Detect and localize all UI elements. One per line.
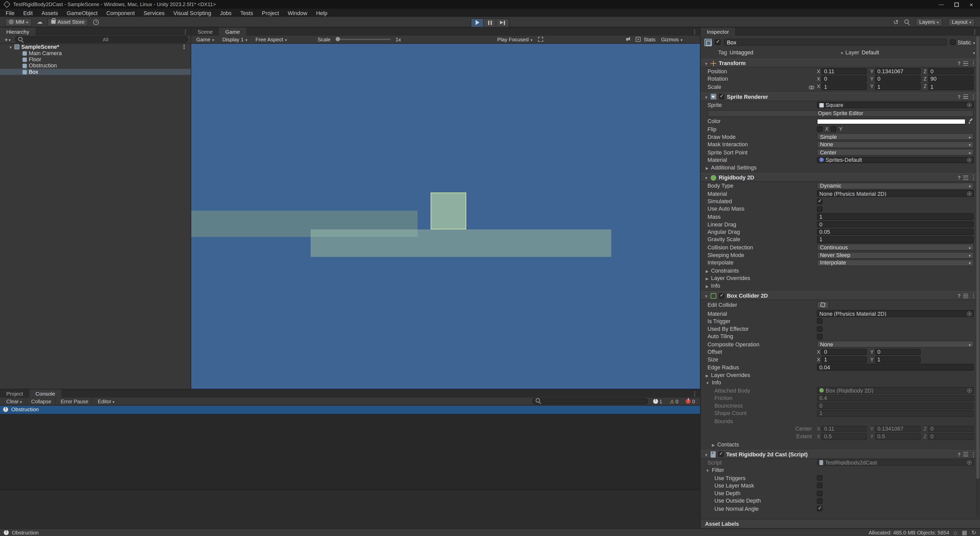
scale-slider[interactable]: [336, 39, 391, 40]
warning-filter-toggle[interactable]: 0: [667, 398, 681, 404]
flip-y-checkbox[interactable]: [831, 126, 837, 132]
scrollbar-thumb[interactable]: [976, 36, 979, 479]
help-icon[interactable]: [958, 60, 961, 66]
error-filter-toggle[interactable]: 0: [683, 398, 697, 404]
draw-mode-dropdown[interactable]: Simple: [817, 134, 974, 140]
menu-visual-scripting[interactable]: Visual Scripting: [169, 9, 215, 17]
simulated-checkbox[interactable]: [817, 199, 822, 204]
component-menu-icon[interactable]: [970, 60, 976, 66]
is-trigger-checkbox[interactable]: [817, 318, 822, 324]
use-outside-depth-checkbox[interactable]: [817, 498, 822, 504]
physics-material-object-field[interactable]: None (Physics Material 2D): [817, 310, 974, 317]
use-depth-checkbox[interactable]: [817, 490, 822, 496]
help-icon[interactable]: [958, 451, 961, 457]
aspect-dropdown[interactable]: Free Aspect: [253, 36, 290, 43]
gizmos-dropdown[interactable]: Gizmos: [659, 36, 685, 43]
background-activity-icon[interactable]: [972, 530, 976, 536]
flip-x-checkbox[interactable]: [817, 126, 822, 132]
search-icon[interactable]: [904, 19, 910, 25]
layer-dropdown[interactable]: Default: [862, 49, 975, 55]
edge-radius-field[interactable]: 0.04: [817, 364, 974, 371]
foldout-open-icon[interactable]: [704, 175, 708, 181]
menu-edit[interactable]: Edit: [19, 9, 37, 17]
foldout-open-icon[interactable]: [704, 293, 708, 299]
collision-detection-dropdown[interactable]: Continuous: [817, 244, 974, 251]
component-menu-icon[interactable]: [970, 451, 976, 457]
angular-drag-field[interactable]: 0.05: [817, 229, 974, 235]
sprite-renderer-component-header[interactable]: Sprite Renderer: [700, 92, 980, 101]
hierarchy-scene-row[interactable]: SampleScene*: [0, 44, 191, 50]
rigidbody2d-component-header[interactable]: Rigidbody 2D: [700, 173, 980, 182]
transform-component-header[interactable]: Transform: [700, 59, 980, 67]
status-message[interactable]: Obstruction: [12, 530, 39, 536]
bc-info-foldout[interactable]: Info: [700, 379, 980, 386]
physics-material-object-field[interactable]: None (Physics Material 2D): [817, 191, 974, 197]
asset-labels-section[interactable]: Asset Labels: [700, 519, 980, 528]
maximize-icon[interactable]: [955, 2, 959, 6]
object-picker-icon[interactable]: [967, 157, 972, 162]
capture-icon[interactable]: [635, 37, 641, 42]
component-enabled-checkbox[interactable]: [719, 94, 724, 100]
error-pause-toggle[interactable]: Error Pause: [57, 397, 93, 405]
preset-icon[interactable]: [963, 452, 968, 456]
tab-project[interactable]: Project: [0, 390, 29, 398]
rotation-y-field[interactable]: 0: [875, 76, 920, 83]
pause-button[interactable]: [484, 18, 496, 27]
foldout-open-icon[interactable]: [704, 60, 708, 66]
static-checkbox[interactable]: [950, 39, 956, 45]
info-filter-toggle[interactable]: 1: [651, 398, 665, 404]
filter-foldout[interactable]: Filter: [700, 466, 980, 474]
rotation-x-field[interactable]: 0: [821, 76, 867, 83]
menu-component[interactable]: Component: [102, 9, 139, 17]
component-menu-icon[interactable]: [970, 94, 976, 100]
component-enabled-checkbox[interactable]: [719, 293, 724, 299]
used-by-effector-checkbox[interactable]: [817, 326, 822, 332]
offset-y-field[interactable]: 0: [875, 349, 920, 355]
gameobject-name-field[interactable]: Box: [724, 39, 947, 46]
object-picker-icon[interactable]: [967, 311, 972, 316]
menu-jobs[interactable]: Jobs: [216, 9, 236, 17]
active-checkbox[interactable]: [715, 39, 721, 45]
tab-inspector[interactable]: Inspector: [700, 27, 735, 36]
scale-x-field[interactable]: 1: [821, 83, 867, 90]
preset-icon[interactable]: [963, 176, 968, 180]
services-icon[interactable]: [94, 19, 99, 25]
open-sprite-editor-button[interactable]: Open Sprite Editor: [708, 110, 974, 117]
scale-z-field[interactable]: 1: [928, 83, 974, 90]
mute-audio-icon[interactable]: [626, 37, 632, 42]
gravity-scale-field[interactable]: 1: [817, 236, 974, 243]
log-entry[interactable]: Obstruction: [0, 405, 700, 414]
clear-button[interactable]: Clear: [3, 397, 26, 405]
rb-info-foldout[interactable]: Info: [700, 282, 980, 290]
scale-y-field[interactable]: 1: [875, 83, 920, 90]
size-x-field[interactable]: 1: [821, 356, 867, 363]
constraints-foldout[interactable]: Constraints: [700, 267, 980, 274]
sprite-sort-point-dropdown[interactable]: Center: [817, 149, 974, 156]
auto-tiling-checkbox[interactable]: [817, 334, 822, 339]
layers-dropdown[interactable]: Layers: [915, 18, 942, 26]
menu-services[interactable]: Services: [139, 9, 169, 17]
game-mode-dropdown[interactable]: Game: [194, 36, 217, 43]
bc-layer-overrides-foldout[interactable]: Layer Overrides: [700, 371, 980, 379]
mass-field[interactable]: 1: [817, 213, 974, 220]
material-object-field[interactable]: Sprites-Default: [817, 157, 974, 163]
editor-dropdown[interactable]: Editor: [94, 397, 118, 405]
account-dropdown[interactable]: MM: [5, 18, 32, 26]
eyedropper-icon[interactable]: [968, 119, 974, 124]
color-swatch[interactable]: [817, 119, 966, 124]
step-button[interactable]: [496, 18, 509, 27]
component-enabled-checkbox[interactable]: [718, 452, 724, 457]
rb-layer-overrides-foldout[interactable]: Layer Overrides: [700, 274, 980, 282]
debug-attach-icon[interactable]: [954, 530, 958, 536]
edit-collider-button[interactable]: [817, 301, 829, 309]
rotation-z-field[interactable]: 90: [928, 76, 974, 83]
sleeping-mode-dropdown[interactable]: Never Sleep: [817, 252, 974, 259]
panel-menu-icon[interactable]: [692, 391, 697, 397]
panel-menu-icon[interactable]: [183, 29, 188, 35]
help-icon[interactable]: [958, 94, 961, 100]
cloud-icon[interactable]: [37, 19, 42, 25]
menu-gameobject[interactable]: GameObject: [62, 9, 102, 17]
hierarchy-item-box[interactable]: Box: [0, 68, 191, 75]
help-icon[interactable]: [958, 175, 961, 181]
tab-console[interactable]: Console: [29, 390, 61, 398]
